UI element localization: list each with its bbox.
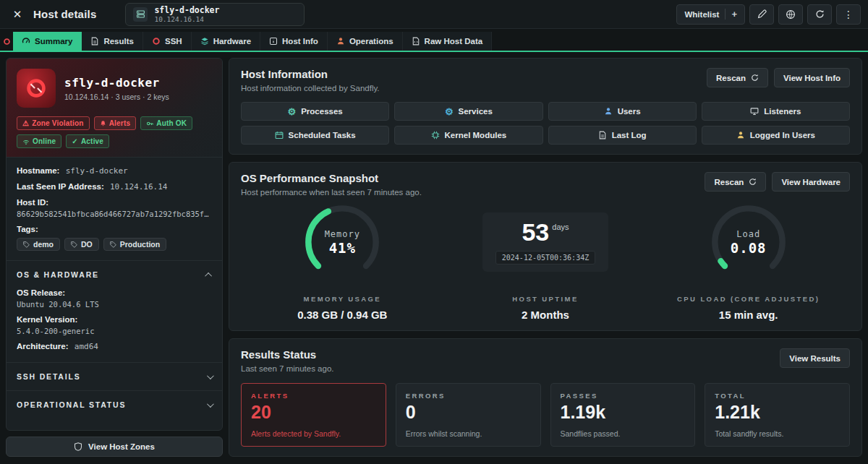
badge-online[interactable]: Online [17,134,61,148]
memory-gauge: Memory 41% [302,202,383,283]
info-icon [269,37,278,46]
field-kernel-version: Kernel Version: 5.4.0-200-generic [17,315,212,335]
close-icon[interactable]: ✕ [7,4,27,25]
view-host-zones-label: View Host Zones [88,442,155,451]
uptime-unit: days [552,223,569,231]
tab-label: Host Info [282,37,318,46]
refresh-button[interactable] [807,4,832,25]
view-results-button[interactable]: View Results [780,348,850,368]
host-information-actions: Rescan View Host Info [707,68,850,87]
host-avatar [17,69,56,108]
field-value: sfly-d-docker [66,166,128,176]
badge-zone-violation[interactable]: ⚠ Zone Violation [17,116,90,130]
alerts-indicator-icon [0,32,13,51]
network-button[interactable] [778,4,803,25]
tab-raw-host-data[interactable]: Raw Host Data [403,32,493,51]
tag-label: DO [81,240,93,249]
badge-auth-ok[interactable]: Auth OK [140,116,192,130]
rescan-button[interactable]: Rescan [705,172,766,192]
tab-label: Hardware [213,37,251,46]
refresh-icon [749,178,757,186]
plus-icon: + [725,9,737,20]
content: sfly-d-docker 10.124.16.14 · 3 users · 2… [0,52,868,463]
tab-label: Operations [349,37,393,46]
refresh-icon [751,74,759,82]
field-label: Architecture: [17,342,69,351]
services-button[interactable]: ⚙ Services [394,102,542,121]
pencil-icon [757,9,767,19]
tab-host-info[interactable]: Host Info [260,32,328,51]
tag-chip[interactable]: DO [64,238,99,251]
host-selector-chip[interactable]: sfly-d-docker 10.124.16.14 [125,3,305,26]
host-meta: 10.124.16.14 · 3 users · 2 keys [64,93,169,101]
users-button[interactable]: Users [548,102,697,121]
stat-passes[interactable]: PASSES 1.19k Sandflies passed. [550,383,696,447]
badge-label: Active [81,137,103,145]
main-column: Host Information Host information collec… [229,58,862,457]
listeners-button[interactable]: Listeners [702,102,850,121]
load-gauge-value: 0.08 [731,240,767,256]
field-value: Ubuntu 20.04.6 LTS [17,300,212,309]
logged-in-users-button[interactable]: Logged In Users [702,126,850,145]
performance-heading: OS Performance Snapshot Host performance… [241,172,422,197]
view-host-zones-button[interactable]: View Host Zones [6,437,223,457]
last-log-button[interactable]: Last Log [548,126,697,145]
ssh-ring-icon [152,37,161,46]
badge-active[interactable]: ✓ Active [66,134,109,148]
header-actions: Whitelist + ⋮ [676,4,861,25]
users-icon [604,107,613,116]
code-icon [412,37,420,46]
host-information-grid: ⚙ Processes ⚙ Services Users Listeners [241,102,850,145]
rescan-label: Rescan [716,74,746,82]
edit-button[interactable] [749,4,774,25]
stat-errors[interactable]: ERRORS 0 Errors whilst scanning. [396,383,541,447]
rescan-button[interactable]: Rescan [707,68,768,87]
section-ssh-details[interactable]: SSH DETAILS [7,362,222,390]
tab-label: Summary [35,37,72,46]
stat-alerts[interactable]: ALERTS 20 Alerts detected by Sandfly. [241,383,386,447]
uptime-detail: 2 Months [522,309,569,321]
memory-detail: 0.38 GB / 0.94 GB [297,309,387,321]
memory-gauge-value: 41% [329,240,356,256]
whitelist-button[interactable]: Whitelist + [676,4,745,25]
scheduled-tasks-button[interactable]: Scheduled Tasks [241,126,389,145]
badge-alerts[interactable]: Alerts [94,116,137,130]
stat-value: 1.19k [561,402,686,423]
section-os-hardware[interactable]: OS & HARDWARE [7,260,222,288]
host-name: sfly-d-docker [64,76,169,90]
processes-icon: ⚙ [288,107,297,116]
processes-button[interactable]: ⚙ Processes [241,102,389,121]
chip-icon [431,131,440,139]
tag-icon [71,241,77,248]
tag-label: demo [33,240,54,249]
field-host-id: Host ID: 86629b582541bfbca86d466727ab7a1… [17,198,212,218]
os-hardware-body: OS Release: Ubuntu 20.04.6 LTS Kernel Ve… [7,288,222,362]
warning-icon: ⚠ [22,119,29,127]
more-menu-button[interactable]: ⋮ [836,4,861,25]
tab-operations[interactable]: Operations [328,32,403,51]
kernel-modules-button[interactable]: Kernel Modules [394,126,542,145]
section-operational-status[interactable]: OPERATIONAL STATUS [7,390,222,418]
tag-chip[interactable]: demo [17,238,60,251]
view-hardware-button[interactable]: View Hardware [772,172,850,192]
layers-icon [200,37,209,46]
tab-hardware[interactable]: Hardware [192,32,260,51]
view-host-info-button[interactable]: View Host Info [774,68,850,87]
tab-results[interactable]: Results [82,32,143,51]
host-hero: sfly-d-docker 10.124.16.14 · 3 users · 2… [7,59,222,157]
tab-ssh[interactable]: SSH [143,32,192,51]
load-detail: 15 min avg. [719,309,778,321]
field-value: 10.124.16.14 [110,182,167,192]
tag-chip[interactable]: Production [103,238,166,251]
calendar-icon [275,131,284,139]
uptime-column: 53 days 2024-12-05T00:36:34Z HOST UPTIME… [444,198,647,321]
stat-total[interactable]: TOTAL 1.21k Total sandfly results. [705,383,850,447]
stat-caption: Errors whilst scanning. [406,429,531,438]
tab-summary[interactable]: Summary [13,32,82,51]
field-tags: Tags: demo DO Production [17,225,212,251]
results-actions: View Results [780,348,850,368]
field-label: Tags: [17,225,38,233]
stat-caption: Alerts detected by Sandfly. [251,429,376,438]
badge-label: Zone Violation [32,119,84,127]
host-information-card: Host Information Host information collec… [229,58,862,155]
